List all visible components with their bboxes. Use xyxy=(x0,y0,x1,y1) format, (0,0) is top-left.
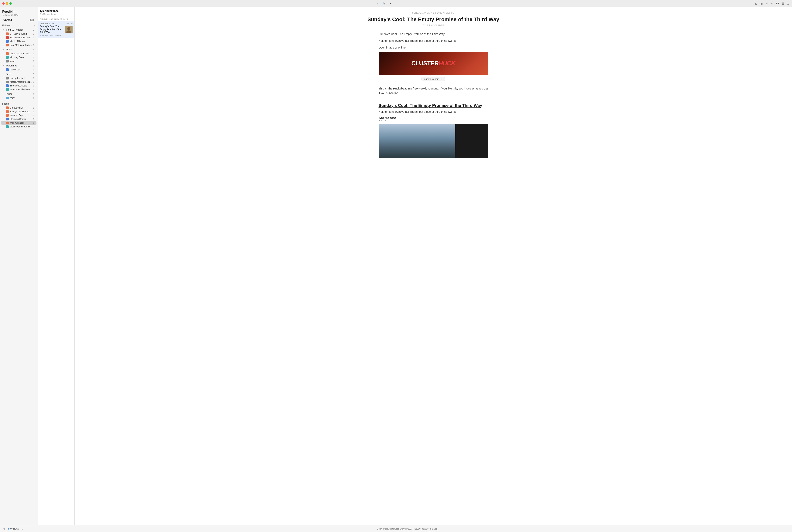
folder-twitter-chevron: ▾ xyxy=(3,93,5,95)
toolbar-star-icon[interactable]: ☆ xyxy=(2,527,6,531)
minimize-button[interactable] xyxy=(6,2,8,5)
feed-item-wirecutter[interactable]: Wirecutter: Reviews for the... 1 xyxy=(1,88,36,91)
feed-article-item-0[interactable]: TYLER HUCKABEE Sunday's Cool: The Empty … xyxy=(38,21,74,38)
feed-name-scot: Scot McKnight from Scot's N... xyxy=(10,44,32,46)
folders-section-header[interactable]: Folders ▾ xyxy=(0,22,38,27)
article-header: Sunday, January 22, 2023 at 2:38 PM Sund… xyxy=(75,7,792,32)
feed-item-planning-center[interactable]: Planning Center 1 xyxy=(1,117,36,121)
feed-panel-title: tyler huckabee xyxy=(40,10,72,13)
open-text: Open in app or xyxy=(379,46,398,49)
feed-icon-garbage-day xyxy=(6,107,9,109)
feed-count-sweet-setup: 1 xyxy=(33,84,34,87)
feed-count-katelyn: 1 xyxy=(33,111,34,113)
feed-item-katelyn[interactable]: Katelyn Jetelina from Your Loca... 1 xyxy=(1,110,36,113)
unread-toggle[interactable]: UNREAD xyxy=(8,528,19,530)
svg-point-1 xyxy=(67,27,70,30)
titlebar: ✓ 🔍 ✕ ⊡ ⊞ ○ ☆ BR ☰ ⬡ xyxy=(0,0,792,7)
feed-item-knox[interactable]: Knox McCoy 1 xyxy=(1,113,36,117)
fullscreen-button[interactable] xyxy=(10,2,12,5)
huck-text: HUCK xyxy=(439,60,455,66)
feed-count-macrumors: 2 xyxy=(33,81,34,83)
checkmark-icon[interactable]: ✓ xyxy=(376,2,380,5)
article-body-para: This is The Huckabeat, my free weekly ro… xyxy=(379,86,488,95)
feed-icon-parentdata xyxy=(6,68,9,71)
feed-item-parentdata[interactable]: ParentData 1 xyxy=(1,68,36,72)
feed-name-macrumors: MacRumors: Mac News and... xyxy=(10,81,32,83)
subscribe-link[interactable]: subscribe xyxy=(386,91,398,95)
feed-icon-wirecutter xyxy=(6,88,9,91)
folder-news-name: News xyxy=(6,48,33,51)
feed-count-missio: 3 xyxy=(33,40,34,42)
star-icon[interactable]: ☆ xyxy=(771,2,774,5)
titlebar-left xyxy=(2,2,14,5)
article-title: Sunday's Cool: The Empty Promise of the … xyxy=(86,16,781,23)
feed-item-morning-brew[interactable]: Morning Brew 1 xyxy=(1,56,36,59)
feed-count-xkcd: 1 xyxy=(33,60,34,62)
feed-item-xkcd[interactable]: xkcd 1 xyxy=(1,59,36,63)
folder-news-chevron: ▾ xyxy=(3,49,5,51)
feed-icon-xkcd xyxy=(6,60,9,62)
feed-item-letters[interactable]: Letters from an American 1 xyxy=(1,52,36,56)
feed-item-tyler-huckabee[interactable]: tyler huckabee 1 xyxy=(1,121,36,125)
feed-icon-macrumors xyxy=(6,81,9,83)
toolbar-status-text: Open "https://mstdn.social/@rusi/1097441… xyxy=(24,528,790,530)
article-section-subtitle: Neither conservative nor liberal, but a … xyxy=(379,110,488,114)
feed-item-ct-daily[interactable]: CT Daily Briefing 2 xyxy=(1,32,36,36)
inbox-icon[interactable]: ⬡ xyxy=(786,2,790,5)
feed-icon-planning-center xyxy=(6,118,9,120)
feed-item-missio[interactable]: Missio Alliance 3 xyxy=(1,39,36,43)
feeds-section-header[interactable]: Feeds ▾ xyxy=(0,101,38,106)
folders-chevron-icon: ▾ xyxy=(34,24,35,26)
folder-twitter: ▾ Twitter 1 Ivory 1 xyxy=(0,92,38,100)
feed-icon-ct-daily xyxy=(6,33,9,35)
close-button[interactable] xyxy=(2,2,5,5)
feed-article-time-0: 2:38 PM xyxy=(66,23,73,25)
feed-count-ivory: 1 xyxy=(33,97,34,99)
folder-twitter-header[interactable]: ▾ Twitter 1 xyxy=(1,92,36,96)
folder-tech-chevron: ▾ xyxy=(3,73,5,75)
reader-view-icon[interactable]: ⊡ xyxy=(755,2,758,5)
feed-icon-scot xyxy=(6,44,9,46)
feed-item-garbage-day[interactable]: Garbage Day 1 xyxy=(1,106,36,110)
article-body: Sunday's Cool: The Empty Promise of the … xyxy=(367,32,499,166)
folder-parenting-header[interactable]: ▾ Parenting 1 xyxy=(1,63,36,68)
feed-icon-tyler-huckabee xyxy=(6,121,9,124)
feed-icon-washington xyxy=(6,125,9,128)
feed-item-scot[interactable]: Scot McKnight from Scot's N... 1 xyxy=(1,43,36,47)
feed-article-content-0: TYLER HUCKABEE Sunday's Cool: The Empty … xyxy=(40,23,63,37)
feed-name-xkcd: xkcd xyxy=(10,60,32,62)
feed-icon-ivory xyxy=(6,97,9,99)
feed-icon-katelyn xyxy=(6,110,9,113)
feed-name-washington: Washington Interfaith Network xyxy=(10,125,32,128)
folder-tech-header[interactable]: ▾ Tech 5 xyxy=(1,72,36,76)
feed-item-kkdumez[interactable]: KKDuMez at Du Mez CONNE... 1 xyxy=(1,36,36,39)
feed-article-thumb-0 xyxy=(65,26,73,33)
circle-icon[interactable]: ○ xyxy=(765,2,769,5)
close-icon[interactable]: ✕ xyxy=(389,2,392,5)
feed-name-katelyn: Katelyn Jetelina from Your Loca... xyxy=(10,110,32,113)
feed-count-washington: 2 xyxy=(33,126,34,128)
article-open-link[interactable]: Open in app or online xyxy=(379,45,488,50)
article-toolbar: ☆ UNREAD ⤴ Open "https://mstdn.social/@r… xyxy=(0,525,792,532)
feed-item-sweet-setup[interactable]: The Sweet Setup 1 xyxy=(1,84,36,88)
feed-item-daring[interactable]: Daring Fireball 1 xyxy=(1,76,36,80)
feed-icon-knox xyxy=(6,114,9,117)
avatar-icon[interactable]: BR xyxy=(776,2,779,5)
gallery-view-icon[interactable]: ⊞ xyxy=(760,2,763,5)
article-section-title: Sunday's Cool: The Empty Promise of the … xyxy=(379,103,488,108)
feed-date-header: Sunday, January 22, 2023 xyxy=(38,17,74,21)
online-link[interactable]: online xyxy=(398,46,406,49)
unread-row[interactable]: Unread 23 xyxy=(1,18,36,22)
folder-chevron-icon: ▾ xyxy=(3,29,5,31)
feed-item-macrumors[interactable]: MacRumors: Mac News and... 2 xyxy=(1,80,36,84)
folder-faith-religion-header[interactable]: ▾ Faith & Religion 7 xyxy=(1,27,36,32)
list-view-icon[interactable]: ☰ xyxy=(781,2,785,5)
traffic-lights xyxy=(2,2,12,5)
toolbar-share-icon[interactable]: ⤴ xyxy=(21,527,24,531)
unread-badge: 23 xyxy=(30,19,34,21)
substack-link[interactable]: substack.com → xyxy=(379,76,488,82)
search-icon[interactable]: 🔍 xyxy=(382,2,386,5)
feed-item-washington[interactable]: Washington Interfaith Network 2 xyxy=(1,125,36,129)
feed-item-ivory[interactable]: Ivory 1 xyxy=(1,96,36,100)
folder-news-header[interactable]: ▾ News 3 xyxy=(1,48,36,52)
